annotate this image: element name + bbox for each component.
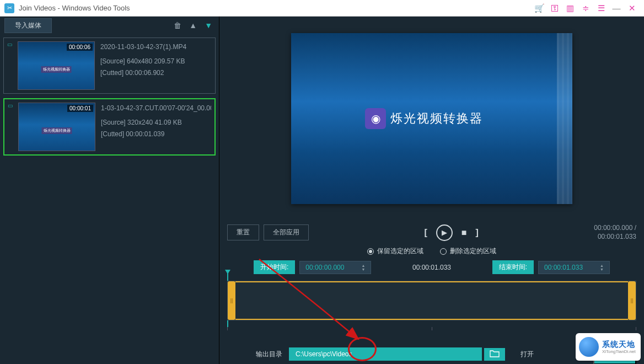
layout-icon[interactable]: ▥	[562, 2, 578, 14]
radio-on-icon	[367, 248, 374, 255]
media-filename: 2020-11-03-10-42-37(1).MP4	[100, 41, 212, 53]
preview-logo-text: 烁光视频转换器	[390, 110, 483, 127]
media-cutted-info: [Cutted] 00:00:01.039	[101, 129, 211, 141]
timeline-track[interactable]	[227, 281, 636, 320]
watermark-title: 系统天地	[602, 340, 636, 349]
import-media-button[interactable]: 导入媒体	[4, 18, 52, 33]
media-source-info: [Source] 640x480 209.57 KB	[100, 56, 212, 68]
delete-icon[interactable]: 🗑	[171, 20, 184, 31]
media-filename: 1-03-10-42-37.CUT.00'07-00'24_00.00.0	[101, 103, 211, 115]
minimize-button[interactable]: —	[609, 2, 624, 14]
reset-button[interactable]: 重置	[227, 224, 259, 240]
thumb-label: 烁光视频转换器	[41, 66, 72, 73]
start-time-label: 开始时间:	[254, 260, 295, 274]
video-preview[interactable]: ◉ 烁光视频转换器	[291, 33, 572, 204]
end-time-label: 结束时间:	[492, 260, 534, 274]
delete-region-radio[interactable]: 删除选定的区域	[440, 247, 496, 256]
media-list-item[interactable]: ▭ 00:00:01 烁光视频转换器 1-03-10-42-37.CUT.00'…	[3, 98, 216, 156]
shop-icon[interactable]: 🛒	[532, 2, 547, 14]
menu-icon[interactable]: ☰	[593, 2, 609, 14]
media-source-info: [Source] 320x240 41.09 KB	[101, 117, 211, 129]
watermark-badge: 系统天地 XiTongTianDi.net	[576, 333, 641, 361]
mark-in-icon[interactable]: [	[424, 228, 427, 238]
media-list-item[interactable]: ▭ 00:00:06 烁光视频转换器 2020-11-03-10-42-37(1…	[3, 38, 216, 94]
move-up-icon[interactable]: ▲	[187, 20, 199, 31]
open-folder-button[interactable]: 打开	[512, 347, 543, 362]
output-dir-label: 输出目录	[227, 350, 282, 359]
thumb-label: 烁光视频转换器	[42, 127, 72, 134]
app-icon: ✂	[4, 3, 14, 13]
trim-handle-right[interactable]	[628, 281, 636, 320]
titlebar: ✂ Join Videos - Windows Video Tools 🛒 ⚿ …	[0, 0, 644, 17]
stop-button[interactable]: ■	[461, 228, 467, 238]
apply-all-button[interactable]: 全部应用	[264, 224, 309, 240]
watermark-globe-icon	[579, 337, 599, 357]
media-thumbnail: 00:00:06 烁光视频转换器	[18, 41, 95, 90]
start-time-input[interactable]: 00:00:00.000 ▲▼	[299, 261, 371, 274]
time-display: 00:00:00.000 / 00:00:01.033	[594, 224, 636, 241]
mark-out-icon[interactable]: ]	[475, 228, 478, 238]
delete-region-label: 删除选定的区域	[450, 247, 496, 256]
output-path-display[interactable]: C:\Users\pc\Videos	[289, 347, 482, 361]
settings-icon[interactable]: ≑	[578, 2, 593, 14]
duration-display: 00:00:01.033	[375, 264, 487, 271]
trim-handle-left[interactable]	[228, 281, 235, 320]
close-button[interactable]: ✕	[624, 2, 640, 14]
radio-off-icon	[440, 248, 447, 255]
thumb-duration: 00:00:01	[67, 105, 93, 112]
key-icon[interactable]: ⚿	[547, 2, 562, 14]
end-time-input[interactable]: 00:00:01.033 ▲▼	[538, 261, 610, 274]
main-panel: ◉ 烁光视频转换器 重置 全部应用 [ ▶ ■ ] 00:00:00.000 /…	[219, 17, 644, 364]
media-thumbnail: 00:00:01 烁光视频转换器	[18, 103, 95, 151]
folder-icon	[490, 350, 500, 357]
browse-folder-button[interactable]	[484, 348, 505, 361]
clip-type-icon: ▭	[7, 41, 12, 47]
play-button[interactable]: ▶	[436, 224, 453, 241]
watermark-url: XiTongTianDi.net	[602, 349, 636, 355]
app-title: Join Videos - Windows Video Tools	[19, 4, 130, 12]
media-sidebar: 导入媒体 🗑 ▲ ▼ ▭ 00:00:06 烁光视频转换器 2020-11-03…	[0, 17, 219, 364]
preview-logo-icon: ◉	[365, 108, 386, 129]
thumb-duration: 00:00:06	[67, 44, 93, 51]
clip-type-icon: ▭	[8, 103, 13, 109]
timeline-selection	[235, 281, 628, 320]
keep-region-label: 保留选定的区域	[377, 247, 423, 256]
keep-region-radio[interactable]: 保留选定的区域	[367, 247, 423, 256]
media-cutted-info: [Cutted] 00:00:06.902	[100, 67, 212, 79]
move-down-icon[interactable]: ▼	[202, 20, 214, 31]
